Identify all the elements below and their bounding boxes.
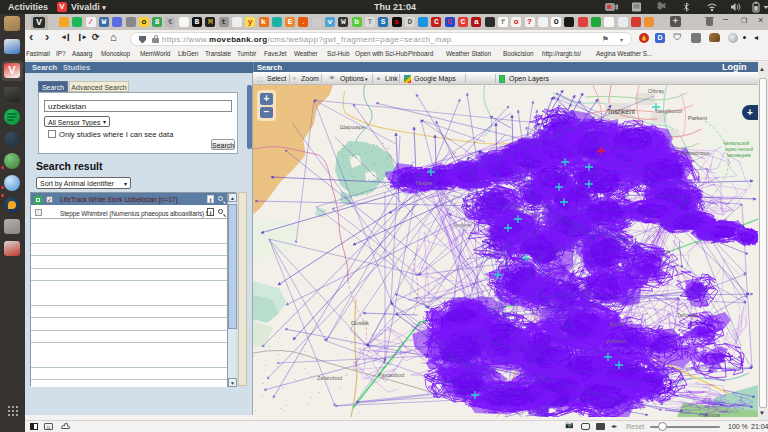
svg-text:Zafarobod: Zafarobod: [317, 375, 342, 381]
svg-text:Истиклол: Истиклол: [606, 339, 626, 344]
svg-text:Гагарин: Гагарин: [416, 181, 433, 186]
svg-text:горно-лесной: горно-лесной: [725, 146, 753, 152]
svg-text:Toshkent: Toshkent: [607, 108, 635, 115]
svg-text:Шаршаре: Шаршаре: [340, 124, 365, 130]
svg-text:Yangibozor: Yangibozor: [655, 108, 683, 114]
svg-text:Гафуров: Гафуров: [700, 412, 720, 417]
svg-text:Чаткальский: Чаткальский: [723, 140, 750, 146]
svg-text:Dustlik: Dustlik: [351, 320, 370, 326]
svg-text:Paxtaobod: Paxtaobod: [378, 372, 404, 378]
svg-text:Parkent: Parkent: [688, 115, 707, 121]
svg-text:Апланга: Апланга: [453, 223, 471, 228]
svg-text:Oibray: Oibray: [648, 88, 664, 94]
svg-text:Табошар: Табошар: [677, 312, 698, 318]
svg-text:Бустон: Бустон: [610, 322, 625, 327]
svg-text:Красногорск: Красногорск: [681, 150, 710, 156]
svg-text:заповедник: заповедник: [727, 153, 751, 158]
